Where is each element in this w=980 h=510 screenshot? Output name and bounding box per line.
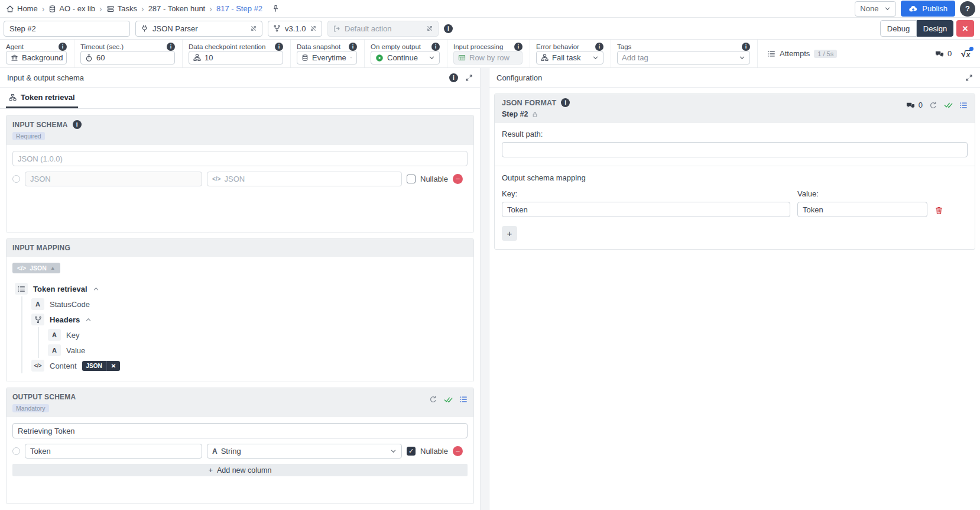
mapping-tree: Token retrieval A StatusCode xyxy=(15,281,468,373)
result-path-input[interactable] xyxy=(502,142,968,157)
parser-field[interactable]: JSON Parser xyxy=(135,21,262,37)
breadcrumb-library[interactable]: AO - ex lib xyxy=(48,4,95,13)
formula-icon[interactable]: √x xyxy=(961,49,971,59)
info-icon[interactable]: i xyxy=(444,24,453,33)
column-type-select[interactable]: A String xyxy=(207,444,402,459)
info-icon[interactable]: i xyxy=(349,43,357,51)
agent-select[interactable]: Background xyxy=(6,51,67,64)
code-icon: </> xyxy=(31,360,44,372)
info-icon[interactable]: i xyxy=(742,43,750,51)
publish-button[interactable]: Publish xyxy=(901,1,955,17)
help-button[interactable]: ? xyxy=(960,1,975,17)
plus-icon: + xyxy=(209,466,213,475)
add-mapping-button[interactable]: + xyxy=(502,226,517,241)
info-icon[interactable]: i xyxy=(514,43,523,51)
warning-icon: ▲ xyxy=(50,265,56,271)
chevron-up-icon[interactable] xyxy=(85,317,92,323)
environment-select[interactable]: None xyxy=(855,1,896,17)
undo-icon[interactable] xyxy=(929,101,937,109)
tags-placeholder: Add tag xyxy=(622,53,648,62)
info-icon[interactable]: i xyxy=(595,43,603,51)
output-schema-name-input[interactable] xyxy=(12,423,468,438)
input-schema-type-input[interactable] xyxy=(12,151,468,166)
breadcrumb-home[interactable]: Home xyxy=(6,4,38,13)
card-step-label: Step #2 xyxy=(502,110,528,118)
nullable-checkbox[interactable]: ✓ xyxy=(407,447,416,456)
remove-chip-icon[interactable]: ✕ xyxy=(107,361,120,371)
remove-column-button[interactable]: − xyxy=(453,174,463,184)
main-content: Input & output schema i Token retrieval xyxy=(0,68,980,510)
row-radio[interactable] xyxy=(12,175,20,183)
tree-node-value[interactable]: A Value xyxy=(48,343,468,358)
delete-mapping-button[interactable] xyxy=(934,206,943,217)
step-name-input[interactable] xyxy=(4,21,130,37)
undo-icon[interactable] xyxy=(429,395,437,404)
timeout-input[interactable]: 60 xyxy=(80,51,175,64)
tags-field: Tagsi Add tag xyxy=(611,40,758,67)
list-icon[interactable] xyxy=(959,101,968,109)
expand-icon[interactable] xyxy=(465,74,473,82)
row-radio[interactable] xyxy=(12,447,20,455)
mapping-value-input[interactable] xyxy=(797,202,927,217)
chevron-right-icon: › xyxy=(42,5,45,13)
empty-output-select[interactable]: Continue xyxy=(371,51,440,64)
version-field[interactable]: v3.1.0 xyxy=(268,21,322,37)
card-comments-control[interactable]: 0 xyxy=(906,101,923,109)
nullable-checkbox[interactable] xyxy=(407,175,416,183)
remove-column-button[interactable]: − xyxy=(453,446,463,456)
clear-version-icon[interactable] xyxy=(310,25,317,32)
error-behavior-select[interactable]: Fail task xyxy=(536,51,603,64)
tags-label: Tags xyxy=(617,43,631,50)
breadcrumb-step[interactable]: 817 - Step #2 xyxy=(216,4,262,13)
column-name-input[interactable] xyxy=(25,172,202,186)
step-settings-bar: Agenti Background Timeout (sec.)i 60 Dat… xyxy=(0,40,980,68)
design-button[interactable]: Design xyxy=(917,20,953,37)
panel-divider[interactable] xyxy=(480,68,489,510)
database-icon xyxy=(301,54,309,62)
code-icon: </> xyxy=(212,176,220,182)
content-json-chip[interactable]: JSON ✕ xyxy=(82,361,121,371)
info-icon[interactable]: i xyxy=(73,120,82,129)
clear-parser-icon[interactable] xyxy=(250,25,257,32)
info-icon[interactable]: i xyxy=(59,43,67,51)
info-icon[interactable]: i xyxy=(275,43,283,51)
pin-icon[interactable] xyxy=(272,4,280,13)
info-icon[interactable]: i xyxy=(449,73,458,82)
tasks-icon xyxy=(106,5,115,13)
mapping-json-chip[interactable]: </> JSON ▲ xyxy=(12,263,60,273)
tree-node-headers[interactable]: Headers xyxy=(31,312,468,327)
breadcrumb-task[interactable]: 287 - Token hunt xyxy=(148,4,206,13)
breadcrumb-tasks[interactable]: Tasks xyxy=(106,4,137,13)
comments-control[interactable]: 0 xyxy=(934,49,952,58)
tree-node-root[interactable]: Token retrieval xyxy=(15,281,468,296)
info-icon[interactable]: i xyxy=(561,98,570,107)
double-check-icon[interactable] xyxy=(944,101,953,109)
add-new-column-button[interactable]: + Add new column xyxy=(12,464,468,476)
tags-select[interactable]: Add tag xyxy=(617,51,750,64)
tree-node-key[interactable]: A Key xyxy=(48,327,468,343)
clear-action-icon[interactable] xyxy=(426,25,433,32)
expand-icon[interactable] xyxy=(965,74,973,82)
key-label: Key: xyxy=(502,189,790,198)
cloud-upload-icon xyxy=(908,5,918,13)
info-icon[interactable]: i xyxy=(167,43,175,51)
attempts-control[interactable]: Attempts 1 / 5s xyxy=(758,40,846,67)
list-icon[interactable] xyxy=(459,395,468,404)
column-name-input[interactable] xyxy=(25,444,202,459)
schema-panel: Input & output schema i Token retrieval xyxy=(0,68,480,510)
chat-bubbles-icon xyxy=(906,101,916,109)
tab-token-retrieval[interactable]: Token retrieval xyxy=(6,88,78,108)
mapping-key-input[interactable] xyxy=(502,202,790,217)
close-step-button[interactable]: ✕ xyxy=(956,20,974,37)
chevron-up-icon[interactable] xyxy=(93,286,99,292)
tree-node-statuscode[interactable]: A StatusCode xyxy=(31,296,468,312)
double-check-icon[interactable] xyxy=(444,396,453,404)
debug-button[interactable]: Debug xyxy=(880,20,917,37)
tree-node-content[interactable]: </> Content JSON ✕ xyxy=(31,358,468,373)
background-agent-icon xyxy=(11,54,18,62)
attempts-badge: 1 / 5s xyxy=(814,50,837,58)
info-icon[interactable]: i xyxy=(431,43,440,51)
attempts-label: Attempts xyxy=(780,49,810,58)
snapshot-select[interactable]: Everytime xyxy=(297,51,357,64)
checkpoint-input[interactable]: 10 xyxy=(189,51,283,64)
